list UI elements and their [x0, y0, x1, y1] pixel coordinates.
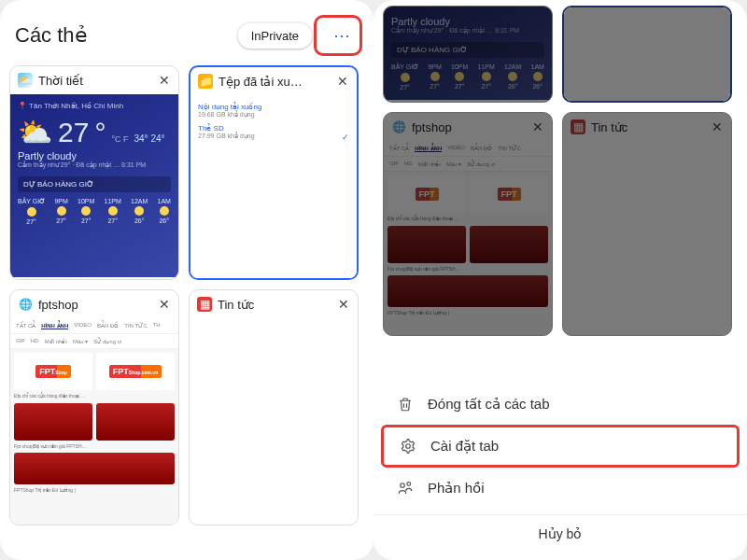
- tab-title: Tệp đã tải xu…: [218, 75, 329, 89]
- close-tab-button[interactable]: ✕: [335, 296, 352, 313]
- tab-settings-item[interactable]: Cài đặt tab: [381, 425, 740, 468]
- inprivate-pill[interactable]: InPrivate: [238, 23, 312, 49]
- tab-card-downloads: [562, 6, 732, 103]
- sun-icon: [81, 206, 91, 216]
- tab-card-fptshop[interactable]: 🌐 fptshop ✕ TẤT CẢ HÌNH ẢNH VIDEO BẢN ĐỒ…: [9, 289, 179, 525]
- tab-card-header: 🌐 fptshop ✕: [10, 290, 178, 318]
- close-tab-button[interactable]: ✕: [334, 73, 351, 90]
- search-subfilters: GIF HD Mới nhất Màu ▾ Sử dụng vi: [10, 334, 178, 349]
- result-caption: FPTShop Thị trấn Đô Lương |: [14, 488, 175, 494]
- close-tab-button[interactable]: ✕: [156, 72, 173, 89]
- news-icon: ▦: [571, 119, 585, 134]
- news-preview: [190, 318, 358, 494]
- tab-card-header: ▦ Tin tức ✕: [190, 290, 358, 318]
- tab-card-fptshop: 🌐 fptshop ✕ TẤT CẢ HÌNH ẢNH VIDEO BẢN ĐỒ…: [383, 112, 553, 336]
- mode-toggle[interactable]: InPrivate: [236, 21, 314, 50]
- cancel-button[interactable]: Hủy bỏ: [374, 514, 747, 553]
- folder-icon: 📁: [198, 74, 213, 89]
- weather-preview: Partly cloudy Cảm thấy như 29° · Đã cập …: [384, 7, 552, 100]
- sun-icon: [134, 206, 144, 216]
- download-row-label: Nội dung tải xuống: [198, 103, 349, 111]
- weather-preview: 📍 Tân Thới Nhất, Hồ Chí Minh ⛅ 27° °C F …: [10, 94, 178, 277]
- result-thumb: FPTShop: [14, 353, 92, 390]
- result-thumb: [96, 403, 175, 441]
- image-results: FPTShop FPTShop.com.vn Địa chỉ các cửa h…: [10, 349, 178, 525]
- globe-icon: 🌐: [391, 119, 406, 134]
- sun-icon: [27, 207, 36, 217]
- feedback-item[interactable]: Phản hồi: [374, 468, 747, 509]
- tab-title: Tin tức: [218, 298, 330, 312]
- sun-icon: [108, 206, 118, 216]
- tab-switcher-with-menu: Partly cloudy Cảm thấy như 29° · Đã cập …: [374, 0, 747, 560]
- sun-icon: [57, 206, 66, 216]
- svg-point-2: [407, 483, 411, 486]
- feedback-icon: [396, 479, 415, 497]
- tab-card-header: 📁 Tệp đã tải xu… ✕: [190, 67, 357, 95]
- weather-location: 📍 Tân Thới Nhất, Hồ Chí Minh: [18, 102, 171, 110]
- svg-point-0: [406, 444, 411, 449]
- close-tab-button: ✕: [529, 119, 546, 135]
- more-options-button[interactable]: ⋯: [326, 20, 358, 51]
- weather-icon: ⛅: [18, 73, 33, 88]
- sheet-item-label: Đóng tất cả các tab: [428, 396, 550, 413]
- fpt-logo: FPTShop: [35, 365, 71, 378]
- result-caption: Fpt shop|Bộ sưu tầm giá FPTSH…: [14, 444, 175, 450]
- tab-card-weather[interactable]: ⛅ Thời tiết ✕ 📍 Tân Thới Nhất, Hồ Chí Mi…: [9, 65, 179, 280]
- result-thumb: [14, 403, 92, 441]
- result-caption: Địa chỉ các cửa hàng điện thoại …: [14, 394, 175, 399]
- result-thumb: [14, 453, 175, 484]
- options-sheet: Đóng tất cả các tab Cài đặt tab Phản hồi…: [374, 372, 747, 560]
- weather-condition: Partly cloudy: [18, 150, 171, 161]
- globe-icon: 🌐: [18, 297, 33, 312]
- close-tab-button: ✕: [709, 119, 726, 135]
- header: Các thẻ InPrivate ⋯: [0, 0, 374, 65]
- tab-card-downloads[interactable]: 📁 Tệp đã tải xu… ✕ Nội dung tải xuống 19…: [189, 65, 359, 280]
- highlight-more-button: ⋯: [314, 15, 362, 56]
- tab-title: fptshop: [38, 298, 150, 312]
- search-tabs: TẤT CẢ HÌNH ẢNH VIDEO BẢN ĐỒ TIN TỨC TH: [10, 318, 178, 334]
- sheet-item-label: Phản hồi: [428, 480, 485, 497]
- tab-card-weather: Partly cloudy Cảm thấy như 29° · Đã cập …: [383, 6, 553, 103]
- sheet-item-label: Cài đặt tab: [430, 438, 499, 455]
- tab-card-news[interactable]: ▦ Tin tức ✕: [189, 289, 359, 525]
- tab-card-header: ⛅ Thời tiết ✕: [10, 66, 178, 94]
- downloads-preview: Nội dung tải xuống 19.68 GB khả dụng Thẻ…: [190, 95, 357, 278]
- download-row-sub: 27.99 GB khả dụng✓: [198, 133, 349, 140]
- news-icon: ▦: [197, 297, 212, 312]
- tab-switcher-screen: Các thẻ InPrivate ⋯ ⛅ Thời tiết ✕ 📍 Tân …: [0, 0, 374, 560]
- close-tab-button[interactable]: ✕: [156, 296, 173, 313]
- tab-grid: ⛅ Thời tiết ✕ 📍 Tân Thới Nhất, Hồ Chí Mi…: [0, 65, 374, 525]
- sun-icon: [160, 206, 169, 216]
- tab-title: Thời tiết: [38, 74, 150, 88]
- trash-icon: [396, 395, 415, 413]
- page-title: Các thẻ: [15, 23, 236, 48]
- close-all-tabs-item[interactable]: Đóng tất cả các tab: [374, 384, 747, 425]
- fpt-logo: FPTShop.com.vn: [109, 365, 162, 378]
- download-row-sub: 19.68 GB khả dụng: [198, 111, 349, 119]
- check-icon: ✓: [342, 133, 349, 142]
- download-row-label: Thẻ SD: [198, 124, 349, 133]
- weather-updated: Cảm thấy như 29° · Đã cập nhật … 8:31 PM: [18, 161, 171, 169]
- gear-icon: [399, 437, 417, 455]
- result-thumb: FPTShop.com.vn: [96, 353, 175, 390]
- tab-card-news: ▦ Tin tức ✕: [562, 112, 732, 336]
- hourly-forecast: BÂY GIỜ27° 9PM27° 10PM27° 11PM27° 12AM26…: [18, 198, 171, 225]
- weather-temp: ⛅ 27° °C F 34° 24°: [18, 116, 171, 148]
- svg-point-1: [401, 483, 405, 488]
- hourly-label: DỰ BÁO HÀNG GIỜ: [18, 176, 171, 192]
